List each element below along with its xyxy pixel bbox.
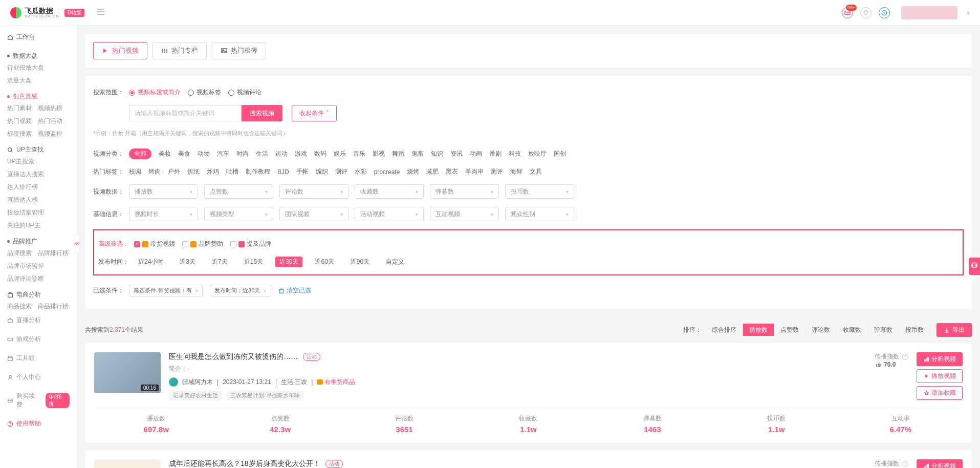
sidebar-link[interactable]: 品牌搜索 [7, 249, 32, 258]
close-icon[interactable]: × [195, 288, 198, 294]
sort-option[interactable]: 收藏数 [837, 324, 868, 336]
sidebar-toggle-icon[interactable] [97, 8, 105, 17]
video-tag[interactable]: 三农繁星计划-寻找家乡年味 [226, 391, 304, 400]
time-option[interactable]: 近7天 [208, 257, 232, 267]
tag-item[interactable]: 黑衣 [446, 167, 458, 176]
sort-option[interactable]: 播放数 [743, 324, 774, 336]
time-option[interactable]: 近15天 [240, 257, 267, 267]
sort-option[interactable]: 综合排序 [706, 324, 743, 336]
select[interactable]: 观众性别▾ [505, 207, 574, 221]
sidebar-link[interactable]: 商品排行榜 [38, 302, 69, 311]
sidebar-workbench[interactable]: 工作台 [0, 26, 77, 45]
sidebar-brand-title[interactable]: 品牌推广 [0, 230, 77, 249]
tag-item[interactable]: 吐槽 [226, 167, 238, 176]
tag-item[interactable]: 编织 [316, 167, 328, 176]
info-icon[interactable]: ? [902, 461, 908, 467]
select[interactable]: 播放数▾ [129, 184, 198, 199]
scope-opt-2[interactable]: 视频评论 [228, 88, 262, 97]
category-item[interactable]: 音乐 [353, 150, 365, 158]
tag-item[interactable]: 烤肉 [148, 167, 161, 176]
select[interactable]: 互动视频▾ [430, 207, 499, 221]
tag-item[interactable]: 水彩 [355, 167, 367, 176]
sidebar-dashboard-title[interactable]: 数据大盘 [0, 45, 77, 63]
select[interactable]: 收藏数▾ [355, 184, 424, 199]
category-item[interactable]: 美食 [178, 150, 190, 158]
scope-opt-0[interactable]: 视频标题或简介 [129, 88, 181, 97]
sidebar-link[interactable]: 视频监控 [38, 130, 62, 138]
tag-item[interactable]: BJD [277, 168, 289, 176]
tag-item[interactable]: 文具 [530, 167, 542, 176]
info-icon[interactable]: ? [902, 354, 908, 360]
category-item[interactable]: 全部 [129, 148, 151, 159]
customer-service-float[interactable]: 客服 [969, 258, 980, 275]
export-button[interactable]: 导出 [937, 323, 972, 337]
tag-item[interactable]: 减肥 [426, 167, 439, 176]
category-item[interactable]: 科技 [509, 150, 521, 158]
close-icon[interactable]: × [263, 288, 266, 294]
sidebar-live[interactable]: 直播分析 [0, 311, 77, 330]
sidebar-link[interactable]: 达人排行榜 [7, 183, 38, 192]
author-name[interactable]: 疆域阿力木 [182, 378, 213, 387]
time-option[interactable]: 近3天 [176, 257, 200, 267]
category-item[interactable]: 动物 [198, 150, 210, 158]
category-item[interactable]: 动画 [470, 150, 482, 158]
sort-option[interactable]: 评论数 [805, 324, 837, 336]
tag-item[interactable]: 制作教程 [246, 167, 270, 176]
category-item[interactable]: 资讯 [450, 150, 463, 158]
tab-hot-album[interactable]: 热门相簿 [212, 42, 266, 59]
select[interactable]: 活动视频▾ [355, 207, 424, 221]
select[interactable]: 投币数▾ [505, 184, 574, 199]
video-title[interactable]: 成年后还能再长高么？18岁后身高变化大公开！ [169, 459, 320, 468]
sidebar-link[interactable]: 直播达人搜索 [7, 170, 44, 179]
author-avatar[interactable] [169, 377, 178, 387]
select[interactable]: 团队视频▾ [279, 207, 349, 221]
category-item[interactable]: 鬼畜 [411, 150, 424, 158]
sidebar-link[interactable]: 视频热榜 [38, 104, 62, 113]
time-option[interactable]: 近30天 [275, 257, 302, 267]
clear-selected[interactable]: 清空已选 [278, 286, 311, 295]
tag-item[interactable]: 海鲜 [510, 167, 522, 176]
tag-item[interactable]: 折纸 [187, 167, 200, 176]
clock-icon[interactable] [879, 7, 890, 18]
user-avatar[interactable] [901, 6, 957, 19]
time-option[interactable]: 近60天 [311, 257, 338, 267]
select[interactable]: 弹幕数▾ [430, 184, 499, 199]
sidebar-link[interactable]: 品牌市场监控 [7, 262, 44, 270]
tag-item[interactable]: procreate [374, 168, 400, 176]
video-tag[interactable]: 记录美好农村生活 [169, 391, 222, 400]
tag-item[interactable]: 手帐 [296, 167, 309, 176]
sort-option[interactable]: 点赞数 [774, 324, 805, 336]
diamond-icon[interactable] [860, 7, 872, 18]
category-item[interactable]: 番剧 [489, 150, 502, 158]
category-item[interactable]: 放映厅 [528, 150, 547, 158]
video-thumbnail[interactable]: 00:16 [94, 352, 161, 393]
category-item[interactable]: 影视 [373, 150, 385, 158]
select[interactable]: 视频时长▾ [129, 207, 198, 221]
select[interactable]: 视频类型▾ [204, 207, 273, 221]
category-item[interactable]: 舞蹈 [392, 150, 404, 158]
analyze-button[interactable]: 分析视频 [917, 352, 963, 366]
category-item[interactable]: 时尚 [236, 150, 249, 158]
favorite-button[interactable]: 添加收藏 [917, 386, 963, 400]
sidebar-link[interactable]: 热门素材 [7, 104, 32, 113]
mail-icon[interactable]: 99+ [842, 7, 853, 18]
time-option[interactable]: 自定义 [382, 257, 408, 267]
sidebar-ecom-title[interactable]: 电商分析 [0, 283, 77, 302]
video-thumbnail[interactable] [94, 459, 161, 468]
tag-item[interactable]: 测评 [335, 167, 347, 176]
sort-option[interactable]: 投币数 [899, 324, 930, 336]
sidebar-link[interactable]: 行业投放大盘 [7, 63, 44, 72]
chevron-down-icon[interactable]: ▾ [967, 9, 970, 16]
category-item[interactable]: 汽车 [217, 150, 229, 158]
adv-opt-1[interactable]: 品牌赞助 [182, 240, 223, 248]
sidebar-buy[interactable]: 购买续费 年付6折 [0, 387, 77, 414]
sidebar-help[interactable]: 使用帮助 [0, 414, 77, 433]
sidebar-link[interactable]: 品牌排行榜 [38, 249, 69, 258]
adv-opt-2[interactable]: 提及品牌 [230, 240, 271, 248]
category-item[interactable]: 美妆 [159, 150, 171, 158]
sidebar-link[interactable]: 投放结案管理 [7, 208, 44, 217]
collapse-conditions-button[interactable]: 收起条件˄ [292, 105, 337, 121]
category-item[interactable]: 国创 [554, 150, 566, 158]
sort-option[interactable]: 弹幕数 [868, 324, 899, 336]
sidebar-link[interactable]: 标签搜索 [7, 130, 32, 138]
